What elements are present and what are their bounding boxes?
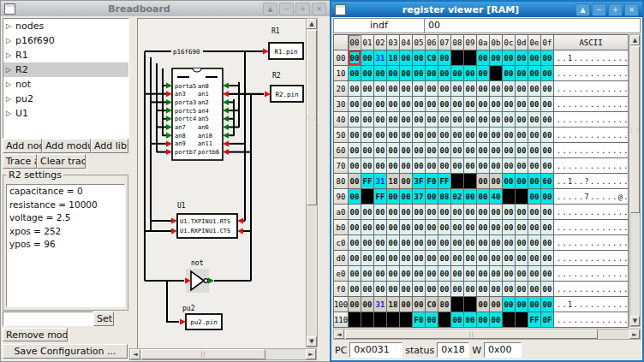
ram-cell-80-09[interactable]	[464, 174, 476, 188]
ram-cell-50-04[interactable]: 00	[400, 128, 412, 142]
ram-cell-50-0f[interactable]: 00	[541, 128, 553, 142]
ram-cell-30-0f[interactable]: 00	[541, 97, 553, 111]
breadboard-canvas[interactable]: p16f690 porta5an3porta3portc5portc4an7an…	[137, 18, 307, 349]
column-header-0c[interactable]: 0c	[503, 35, 515, 50]
ram-cell-d0-0a[interactable]: 00	[477, 251, 489, 265]
ram-cell-00-04[interactable]: 00	[400, 50, 412, 65]
ram-cell-c0-0e[interactable]: 00	[528, 235, 540, 250]
ram-cell-80-0f[interactable]: 60	[541, 174, 553, 188]
vscroll-thumb[interactable]: ⋮⋮	[630, 46, 640, 213]
ram-cell-a0-0b[interactable]: 00	[490, 205, 502, 219]
ram-cell-00-0d[interactable]: 00	[516, 50, 528, 65]
ram-cell-f0-0b[interactable]: 00	[490, 282, 502, 296]
ram-cell-100-09[interactable]	[464, 297, 476, 312]
ram-cell-e0-0a[interactable]: 00	[477, 266, 489, 281]
row-header-40[interactable]: 40	[334, 112, 348, 127]
column-header-01[interactable]: 01	[361, 35, 373, 50]
ram-cell-50-0b[interactable]: 00	[490, 128, 502, 142]
column-header-06[interactable]: 06	[426, 35, 438, 50]
ram-cell-110-08[interactable]: 00	[451, 312, 463, 327]
ram-cell-a0-03[interactable]: 00	[387, 205, 399, 219]
pin-an1[interactable]: an1	[198, 91, 264, 98]
ram-cell-d0-09[interactable]: 00	[464, 251, 476, 265]
ram-cell-e0-0e[interactable]: 00	[528, 266, 540, 281]
ram-cell-60-0d[interactable]: 00	[516, 143, 528, 157]
column-header-0a[interactable]: 0a	[477, 35, 489, 50]
ram-cell-80-01[interactable]: FF	[361, 174, 373, 188]
ram-cell-30-06[interactable]: 00	[426, 97, 438, 111]
ram-cell-80-0c[interactable]: 00	[503, 174, 515, 188]
ram-cell-40-0a[interactable]: 00	[477, 112, 489, 127]
ram-cell-d0-02[interactable]: 00	[374, 251, 386, 265]
ram-cell-00-0e[interactable]: 00	[528, 50, 540, 65]
ram-cell-b0-00[interactable]: 00	[349, 220, 361, 234]
ram-cell-f0-0c[interactable]: 00	[503, 282, 515, 296]
ram-cell-90-01[interactable]	[361, 189, 373, 204]
ram-cell-e0-0f[interactable]: 00	[541, 266, 553, 281]
ram-cell-c0-02[interactable]: 00	[374, 235, 386, 250]
ram-cell-40-02[interactable]: 00	[374, 112, 386, 127]
ram-cell-20-01[interactable]: 00	[361, 81, 373, 96]
ram-cell-50-02[interactable]: 00	[374, 128, 386, 142]
column-header-04[interactable]: 04	[400, 35, 412, 50]
ram-cell-90-05[interactable]: 37	[413, 189, 425, 204]
ram-cell-20-03[interactable]: 00	[387, 81, 399, 96]
close-button[interactable]: ✕	[624, 3, 639, 16]
ram-cell-f0-04[interactable]: 00	[400, 282, 412, 296]
column-header-0d[interactable]: 0d	[516, 35, 528, 50]
ram-cell-50-01[interactable]: 00	[361, 128, 373, 142]
ram-cell-10-04[interactable]: 00	[400, 66, 412, 80]
ram-cell-60-04[interactable]: 00	[400, 143, 412, 157]
ram-cell-90-09[interactable]: 00	[464, 189, 476, 204]
row-header-60[interactable]: 60	[334, 143, 348, 157]
ram-cell-60-0e[interactable]: 00	[528, 143, 540, 157]
column-header-08[interactable]: 08	[451, 35, 463, 50]
ram-cell-00-09[interactable]	[464, 50, 476, 65]
setting-item[interactable]: xpos = 252	[7, 225, 124, 239]
ram-cell-70-03[interactable]: 00	[387, 158, 399, 173]
canvas-vertical-scrollbar[interactable]: ▲ ⋮⋮ ▼	[306, 18, 318, 347]
column-header-0f[interactable]: 0f	[541, 35, 553, 50]
setting-item[interactable]: ypos = 96	[7, 238, 124, 252]
w-value[interactable]: 0x00	[484, 342, 522, 358]
expander-icon[interactable]: ▷	[6, 110, 15, 117]
attribute-input[interactable]	[3, 312, 93, 326]
breadboard-titlebar[interactable]: Breadboard ▲ − + ✕	[1, 1, 330, 16]
ram-cell-20-06[interactable]: 00	[426, 81, 438, 96]
ram-cell-f0-0a[interactable]: 00	[477, 282, 489, 296]
ram-cell-40-01[interactable]: 00	[361, 112, 373, 127]
ram-cell-50-05[interactable]: 00	[413, 128, 425, 142]
ram-cell-60-03[interactable]: 00	[387, 143, 399, 157]
ram-cell-50-03[interactable]: 00	[387, 128, 399, 142]
ram-cell-40-03[interactable]: 00	[387, 112, 399, 127]
ram-cell-80-03[interactable]: 18	[387, 174, 399, 188]
set-button[interactable]: Set	[93, 312, 114, 326]
tree-item-pu2[interactable]: ▷pu2	[3, 92, 128, 106]
scroll-up-icon[interactable]: ▲	[630, 35, 640, 45]
ram-cell-f0-01[interactable]: 00	[361, 282, 373, 296]
ram-cell-90-0b[interactable]: 40	[490, 189, 502, 204]
minimize-button[interactable]: −	[592, 3, 606, 16]
pin-porta5[interactable]: porta5	[163, 83, 196, 90]
ram-cell-80-07[interactable]: FF	[438, 174, 450, 188]
ram-cell-c0-05[interactable]: 00	[413, 235, 425, 250]
column-header-07[interactable]: 07	[438, 35, 450, 50]
row-header-f0[interactable]: f0	[334, 282, 348, 296]
ram-cell-60-0f[interactable]: 00	[541, 143, 553, 157]
ram-cell-90-08[interactable]: 02	[451, 189, 463, 204]
ram-cell-110-07[interactable]	[438, 312, 450, 327]
ram-cell-f0-05[interactable]: 00	[413, 282, 425, 296]
ram-cell-100-0b[interactable]: 00	[490, 297, 502, 312]
maximize-button[interactable]: +	[295, 3, 310, 15]
ram-cell-d0-04[interactable]: 00	[400, 251, 412, 265]
tree-item-R1[interactable]: ▷R1	[3, 48, 128, 62]
ram-cell-10-00[interactable]: 00	[349, 66, 361, 80]
close-button[interactable]: ✕	[312, 3, 326, 15]
ram-cell-c0-0a[interactable]: 00	[477, 235, 489, 250]
scroll-down-icon[interactable]: ▼	[307, 336, 317, 347]
ram-cell-e0-0c[interactable]: 00	[503, 266, 515, 281]
ram-cell-20-07[interactable]: 00	[438, 81, 450, 96]
ram-cell-10-07[interactable]: 00	[438, 66, 450, 80]
ram-cell-f0-06[interactable]: 00	[426, 282, 438, 296]
ram-cell-100-0d[interactable]: 00	[516, 297, 528, 312]
